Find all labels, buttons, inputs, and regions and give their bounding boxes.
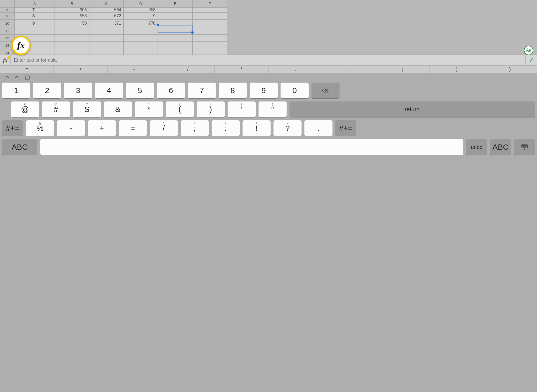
key-?[interactable]: ?? — [273, 120, 302, 136]
row-header-11[interactable]: 11 — [0, 27, 14, 34]
column-header-D[interactable]: D — [123, 0, 158, 7]
key-4[interactable]: 4 — [95, 83, 123, 98]
cell-D11[interactable] — [123, 27, 158, 34]
key-"[interactable]: }" — [259, 101, 287, 117]
callout-dot — [7, 56, 10, 59]
key-+[interactable]: ~+ — [88, 120, 116, 136]
corner-cell[interactable] — [0, 0, 14, 7]
cell-F13[interactable] — [192, 42, 227, 49]
fx-magnifier-callout: fx — [11, 36, 31, 55]
formula-bar: fx ✓ — [0, 55, 338, 65]
text-caret — [14, 57, 14, 63]
key-%[interactable]: §% — [26, 120, 54, 136]
cell-B11[interactable] — [55, 27, 89, 34]
row-header-6[interactable]: 6 — [0, 7, 14, 12]
symbol-key-+[interactable]: + — [54, 66, 108, 73]
symbol-key-.[interactable]: . — [268, 66, 322, 73]
key-.[interactable]: .. — [304, 120, 332, 136]
cell-B12[interactable] — [55, 34, 89, 42]
key-'[interactable]: {' — [228, 101, 256, 117]
key-2[interactable]: 2 — [33, 83, 61, 98]
key-:[interactable]: >: — [212, 120, 240, 136]
cell-F11[interactable] — [192, 27, 227, 34]
column-header-A[interactable]: A — [14, 0, 55, 7]
keyboard-toolbar: ↶ ↷ ❐ — [0, 73, 338, 83]
cell-A11[interactable] — [14, 27, 55, 34]
key-0[interactable]: 0 — [281, 83, 309, 98]
redo-icon[interactable]: ↷ — [15, 75, 19, 81]
key-6[interactable]: 6 — [157, 83, 185, 98]
cell-E9[interactable] — [158, 12, 192, 20]
clipboard-icon[interactable]: ❐ — [25, 75, 30, 81]
symbol-key--[interactable]: - — [108, 66, 161, 73]
cell-D10[interactable]: 778 — [123, 20, 158, 27]
shift-right-key[interactable]: #+= — [335, 120, 338, 136]
key-8[interactable]: 8 — [219, 83, 247, 98]
cell-C12[interactable] — [89, 34, 123, 42]
cell-B6[interactable]: 903 — [55, 7, 89, 12]
cell-A6[interactable]: 7 — [14, 7, 55, 12]
cell-D13[interactable] — [123, 42, 158, 49]
cell-A10[interactable]: 9 — [14, 20, 55, 27]
key-*[interactable]: ^* — [135, 101, 163, 117]
key-#[interactable]: £# — [42, 101, 70, 117]
backspace-key[interactable] — [312, 83, 338, 98]
cell-B9[interactable]: 558 — [55, 12, 89, 20]
cell-A9[interactable]: 8 — [14, 12, 55, 20]
selection-handle-br[interactable] — [191, 31, 194, 34]
key-;[interactable]: <; — [181, 120, 209, 136]
key-)[interactable]: ]) — [197, 101, 225, 117]
cell-E12[interactable] — [158, 34, 192, 42]
key-1[interactable]: 1 — [2, 83, 30, 98]
key--[interactable]: - — [57, 120, 85, 136]
cell-D9[interactable]: 9 — [123, 12, 158, 20]
undo-icon[interactable]: ↶ — [5, 75, 9, 81]
symbol-key-,[interactable]: , — [322, 66, 338, 73]
cell-C10[interactable]: 371 — [89, 20, 123, 27]
return-key[interactable]: return — [289, 101, 338, 117]
key-$[interactable]: ¥$ — [73, 101, 101, 117]
space-key[interactable] — [40, 139, 338, 155]
key-5[interactable]: 5 — [126, 83, 154, 98]
key-([interactable]: [( — [166, 101, 194, 117]
selection-rect — [158, 25, 192, 33]
symbol-key-=[interactable]: = — [0, 66, 54, 73]
cell-F10[interactable] — [192, 20, 227, 27]
symbol-quickbar: =+-/*.,;() — [0, 65, 338, 73]
symbol-key-/[interactable]: / — [161, 66, 215, 73]
cell-C13[interactable] — [89, 42, 123, 49]
key-7[interactable]: 7 — [188, 83, 216, 98]
cell-D6[interactable]: 958 — [123, 7, 158, 12]
key-3[interactable]: 3 — [64, 83, 92, 98]
cell-C9[interactable]: 672 — [89, 12, 123, 20]
cell-B13[interactable] — [55, 42, 89, 49]
shift-left-key[interactable]: #+= — [2, 120, 23, 136]
cell-E13[interactable] — [158, 42, 192, 49]
column-header-C[interactable]: C — [89, 0, 123, 7]
formula-input[interactable] — [10, 55, 338, 65]
cell-F9[interactable] — [192, 12, 227, 20]
cell-F6[interactable] — [192, 7, 227, 12]
selection-handle-tl[interactable] — [157, 24, 159, 26]
key-@[interactable]: €@ — [11, 101, 39, 117]
key-/[interactable]: \/ — [150, 120, 178, 136]
column-header-F[interactable]: F — [192, 0, 227, 7]
cell-B10[interactable]: 50 — [55, 20, 89, 27]
column-header-E[interactable]: E — [158, 0, 192, 7]
row-header-10[interactable]: 10 — [0, 20, 14, 27]
cell-C6[interactable]: 564 — [89, 7, 123, 12]
row-header-9[interactable]: 9 — [0, 12, 14, 20]
key-9[interactable]: 9 — [250, 83, 278, 98]
column-header-B[interactable]: B — [55, 0, 89, 7]
cell-E6[interactable] — [158, 7, 192, 12]
cell-F12[interactable] — [192, 34, 227, 42]
cell-D12[interactable] — [123, 34, 158, 42]
onscreen-keyboard: ↶ ↷ ❐ 1234567890 €@£#¥$_&^*[(]){'}"retur… — [0, 73, 338, 246]
key-=[interactable]: …= — [119, 120, 147, 136]
symbol-key-*[interactable]: * — [215, 66, 268, 73]
key-![interactable]: !! — [243, 120, 271, 136]
abc-left-key[interactable]: ABC — [2, 139, 37, 155]
key-&[interactable]: _& — [104, 101, 132, 117]
cell-C11[interactable] — [89, 27, 123, 34]
